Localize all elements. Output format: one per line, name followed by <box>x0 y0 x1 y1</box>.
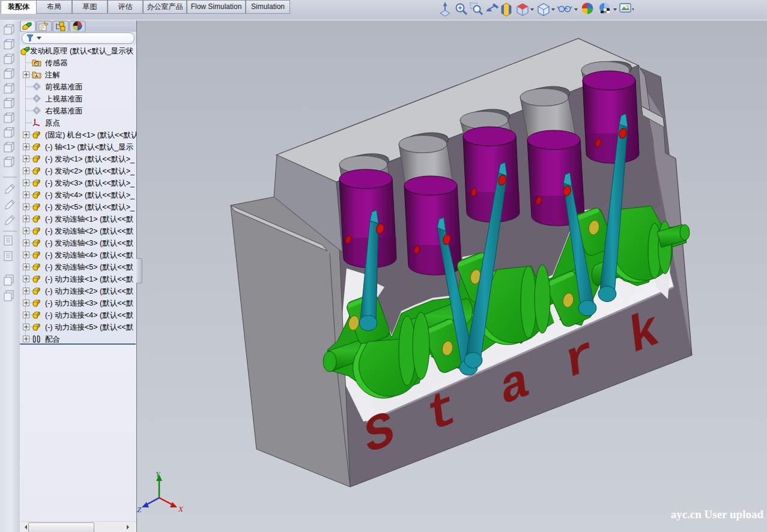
svg-text:X: X <box>178 504 184 513</box>
svg-text:Z: Z <box>137 505 142 514</box>
